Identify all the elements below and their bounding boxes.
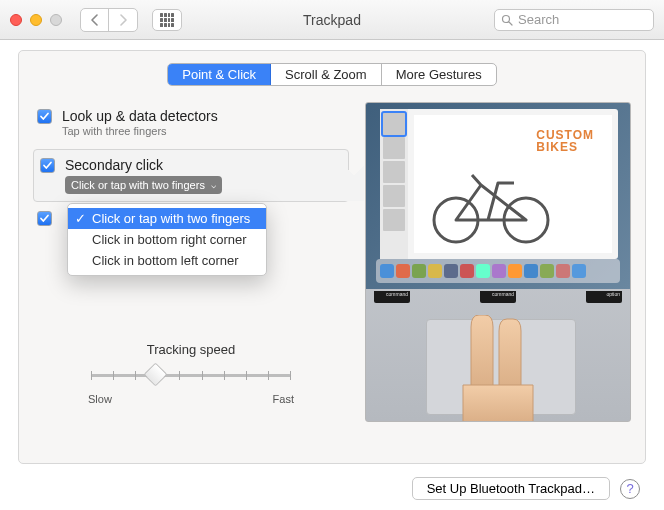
svg-point-0 xyxy=(503,15,510,22)
tracking-speed-slider[interactable] xyxy=(91,363,291,391)
svg-line-1 xyxy=(509,22,512,25)
tab-point-click[interactable]: Point & Click xyxy=(168,64,271,85)
menu-item-two-fingers[interactable]: ✓ Click or tap with two fingers xyxy=(68,208,266,229)
titlebar: Trackpad Search xyxy=(0,0,664,40)
checkbox-third[interactable] xyxy=(37,211,52,226)
slider-fast-label: Fast xyxy=(273,393,294,405)
tracking-speed-label: Tracking speed xyxy=(33,342,349,357)
search-icon xyxy=(501,14,513,26)
check-icon xyxy=(39,111,50,122)
checkbox-lookup[interactable] xyxy=(37,109,52,124)
key-option: option xyxy=(586,291,622,303)
tab-segmented-control: Point & Click Scroll & Zoom More Gesture… xyxy=(167,63,496,86)
tab-more-gestures[interactable]: More Gestures xyxy=(382,64,496,85)
slider-knob[interactable] xyxy=(143,362,167,386)
window-controls xyxy=(10,14,62,26)
window-title: Trackpad xyxy=(303,12,361,28)
key-command-right: command xyxy=(480,291,516,303)
back-button[interactable] xyxy=(81,9,109,31)
minimize-window-icon[interactable] xyxy=(30,14,42,26)
hand-icon xyxy=(453,315,543,422)
help-button[interactable]: ? xyxy=(620,479,640,499)
tabs: Point & Click Scroll & Zoom More Gesture… xyxy=(33,63,631,86)
search-input[interactable]: Search xyxy=(494,9,654,31)
dock-preview xyxy=(376,259,620,283)
option-secondary-click: Secondary click Click or tap with two fi… xyxy=(33,149,349,202)
footer: Set Up Bluetooth Trackpad… ? xyxy=(412,477,640,500)
check-icon xyxy=(42,160,53,171)
preview-headline2: BIKES xyxy=(536,141,594,153)
zoom-window-icon[interactable] xyxy=(50,14,62,26)
tab-scroll-zoom[interactable]: Scroll & Zoom xyxy=(271,64,382,85)
secondary-click-selected: Click or tap with two fingers xyxy=(71,179,205,191)
option-secondary-title: Secondary click xyxy=(65,157,222,173)
option-lookup: Look up & data detectors Tap with three … xyxy=(33,102,349,143)
tracking-speed: Tracking speed Slow Fast xyxy=(33,342,349,405)
checkbox-secondary[interactable] xyxy=(40,158,55,173)
search-placeholder: Search xyxy=(518,12,559,27)
menu-item-label: Click in bottom right corner xyxy=(92,232,247,247)
menu-item-bottom-right[interactable]: Click in bottom right corner xyxy=(68,229,266,250)
gesture-preview: CUSTOM BIKES xyxy=(365,102,631,422)
check-icon: ✓ xyxy=(75,211,86,226)
check-icon xyxy=(39,213,50,224)
slider-slow-label: Slow xyxy=(88,393,112,405)
nav-back-forward xyxy=(80,8,138,32)
secondary-click-popup[interactable]: Click or tap with two fingers ⌵ xyxy=(65,176,222,194)
preferences-panel: Point & Click Scroll & Zoom More Gesture… xyxy=(18,50,646,464)
show-all-button[interactable] xyxy=(152,9,182,31)
menu-item-bottom-left[interactable]: Click in bottom left corner xyxy=(68,250,266,271)
bike-icon xyxy=(426,165,556,245)
menu-item-label: Click in bottom left corner xyxy=(92,253,239,268)
grid-icon xyxy=(160,13,174,27)
option-lookup-title: Look up & data detectors xyxy=(62,108,218,124)
option-lookup-subtitle: Tap with three fingers xyxy=(62,125,218,137)
chevron-down-icon: ⌵ xyxy=(211,180,216,190)
menu-item-label: Click or tap with two fingers xyxy=(92,211,250,226)
key-command-left: command xyxy=(374,291,410,303)
forward-button[interactable] xyxy=(109,9,137,31)
setup-bluetooth-button[interactable]: Set Up Bluetooth Trackpad… xyxy=(412,477,610,500)
secondary-click-menu: ✓ Click or tap with two fingers Click in… xyxy=(67,203,267,276)
close-window-icon[interactable] xyxy=(10,14,22,26)
